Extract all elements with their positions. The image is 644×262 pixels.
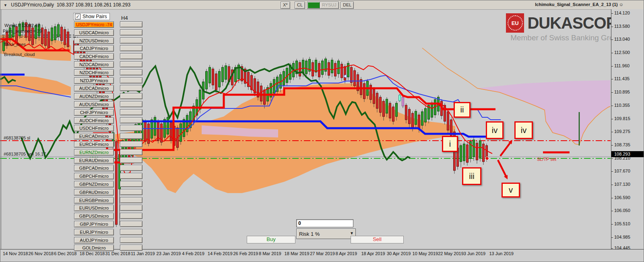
pair-button-audjpymicro[interactable]: AUDJPYmicro: [74, 237, 114, 243]
price-tick: 106.050: [611, 208, 630, 213]
h4-signal-button[interactable]: [120, 109, 142, 115]
pair-button-nzdusdmicro[interactable]: NZDUSDmicro: [74, 37, 114, 44]
pairs-scanned-label: Pairs_scanned = 29: [3, 29, 42, 33]
current-price-tag: 108.293: [611, 151, 644, 157]
wave-label-iv: iv: [486, 121, 504, 139]
price-tick: 111.435: [611, 76, 630, 81]
price-tick: 107.670: [611, 168, 630, 173]
h4-signal-button[interactable]: [120, 29, 142, 35]
risk-select[interactable]: Risk 1 % ▼: [296, 229, 356, 239]
pair-button-euraudmicro[interactable]: EURAUDmicro: [74, 157, 114, 164]
pair-button-chfjpymicro[interactable]: CHFJPYmicro: [74, 109, 114, 116]
pair-button-eurcadmicro[interactable]: EURCADmicro: [74, 133, 114, 139]
pair-button-eurgbpmicro[interactable]: EURGBPmicro: [74, 197, 114, 204]
order-sl-label: #68138705 sl: [4, 135, 30, 140]
h4-signal-button[interactable]: [120, 173, 142, 179]
h4-signal-button[interactable]: [120, 117, 142, 123]
h4-signal-button[interactable]: [120, 221, 142, 227]
pair-button-usdchfmicro[interactable]: USDCHFmicro: [74, 125, 114, 131]
pair-button-nzdjpymicro[interactable]: NZDJPYmicro: [74, 77, 114, 84]
date-tick: 13 Jun 2019: [489, 251, 514, 256]
price-axis: 114.120113.580113.040112.500111.960111.4…: [611, 9, 644, 249]
pair-button-cadchfmicro[interactable]: CADCHFmicro: [74, 53, 114, 60]
pair-button-eurchfmicro[interactable]: EURCHFmicro: [74, 141, 114, 148]
price-tick: 109.275: [611, 129, 630, 134]
chevron-down-icon: ▼: [350, 231, 354, 235]
price-tick: 107.130: [611, 182, 630, 187]
date-tick: 30 Apr 2019: [387, 251, 411, 256]
h4-signal-button[interactable]: [120, 133, 142, 139]
date-tick: 22 May 2019: [438, 251, 464, 256]
h4-signal-button[interactable]: [120, 125, 142, 131]
pair-button-audcadmicro[interactable]: AUDCADmicro: [74, 85, 114, 91]
h4-signal-button[interactable]: [120, 45, 142, 51]
h4-signal-button[interactable]: [120, 61, 142, 67]
down-arrow-icon: [498, 160, 508, 179]
h4-column-header: H4: [121, 15, 128, 21]
pair-button-eurusdmicro[interactable]: EURUSDmicro: [74, 205, 114, 211]
pair-button-goldmicro[interactable]: GOLDmicro: [74, 245, 114, 251]
pair-button-gbpusdmicro[interactable]: GBPUSDmicro: [74, 213, 114, 219]
pair-button-usdjpymicro[interactable]: USDJPYmicro -74: [74, 21, 114, 28]
date-tick: 6 Dec 2018: [54, 251, 76, 256]
price-tick: 113.580: [611, 24, 630, 29]
h4-signal-button[interactable]: [120, 181, 142, 187]
pair-button-cadjpymicro[interactable]: CADJPYmicro: [74, 45, 114, 52]
order-sell-label: #68138705 sell 16.17: [4, 152, 46, 156]
pair-button-nzdchfmicro[interactable]: NZDCHFmicro: [74, 69, 114, 76]
pair-button-gbpcadmicro[interactable]: GBPCADmicro: [74, 165, 114, 171]
h4-signal-button[interactable]: [120, 197, 142, 203]
wave-label-iii: iii: [462, 167, 481, 185]
h4-signal-button[interactable]: [120, 21, 142, 27]
h4-signal-button[interactable]: [120, 213, 142, 219]
pair-button-gbpaudmicro[interactable]: GBPAUDmicro: [74, 189, 114, 195]
h4-signal-button[interactable]: [120, 53, 142, 59]
h4-signal-button[interactable]: [120, 93, 142, 99]
h4-signal-button[interactable]: [120, 77, 142, 83]
price-tick: 105.510: [611, 221, 630, 226]
date-tick: 4 Feb 2019: [182, 251, 204, 256]
price-tick: 106.590: [611, 195, 630, 200]
price-tick: 108.735: [611, 142, 630, 147]
pair-button-eurnzdmicro[interactable]: EURNZDmicro 1061: [74, 149, 114, 156]
h4-signal-button[interactable]: [120, 205, 142, 211]
date-tick: 18 Mar 2019: [285, 251, 310, 256]
show-pairs-checkbox[interactable]: ✓ Show Pairs: [73, 13, 110, 20]
h4-signal-button[interactable]: [120, 157, 142, 163]
pair-button-usdcadmicro[interactable]: USDCADmicro: [74, 29, 114, 36]
pair-button-nzdcadmicro[interactable]: NZDCADmicro: [74, 61, 114, 68]
h4-signal-button[interactable]: [120, 37, 142, 44]
up-arrow-icon: [500, 140, 512, 156]
sell-button[interactable]: Sell: [351, 236, 404, 243]
date-tick: 14 Nov 2018: [3, 251, 28, 256]
pair-button-gbpnzdmicro[interactable]: GBPNZDmicro: [74, 181, 114, 187]
h4-signal-button[interactable]: [120, 165, 142, 171]
price-tick: 109.815: [611, 116, 630, 121]
h4-signal-button[interactable]: [120, 189, 142, 195]
h4-signal-button[interactable]: [120, 69, 142, 75]
date-tick: 8 Mar 2019: [259, 251, 281, 256]
h4-signal-button[interactable]: [120, 245, 142, 251]
pair-button-eurjpymicro[interactable]: EURJPYmicro: [74, 229, 114, 235]
lots-input[interactable]: [296, 219, 353, 227]
wave-label-v: v: [502, 183, 520, 198]
pair-button-audchfmicro[interactable]: AUDCHFmicro: [74, 117, 114, 124]
pair-button-gbpchfmicro[interactable]: GBPCHFmicro: [74, 173, 114, 179]
sltp-set-label: SL/TP set: [537, 157, 556, 162]
pair-button-audusdmicro[interactable]: AUDUSDmicro: [74, 101, 114, 108]
pair-button-gbpjpymicro[interactable]: GBPJPYmicro: [74, 221, 114, 227]
pair-button-audnzdmicro[interactable]: AUDNZDmicro: [74, 93, 114, 100]
thick-lines-label: Thick_lines: [4, 42, 26, 47]
date-tick: 10 May 2019: [413, 251, 438, 256]
h4-signal-button[interactable]: [120, 101, 142, 107]
h4-signal-button[interactable]: [120, 141, 142, 147]
h4-signal-button[interactable]: [120, 85, 142, 91]
date-tick: 11 Jan 2019: [131, 251, 155, 256]
wynik-label: Wynik = 13002.47: [4, 23, 40, 28]
h4-signal-button[interactable]: [120, 237, 142, 243]
date-tick: 18 Apr 2019: [361, 251, 385, 256]
buy-button[interactable]: Buy: [247, 236, 295, 243]
h4-signal-button[interactable]: [120, 229, 142, 235]
date-tick: 23 Jan 2019: [157, 251, 181, 256]
h4-signal-button[interactable]: [120, 149, 142, 155]
